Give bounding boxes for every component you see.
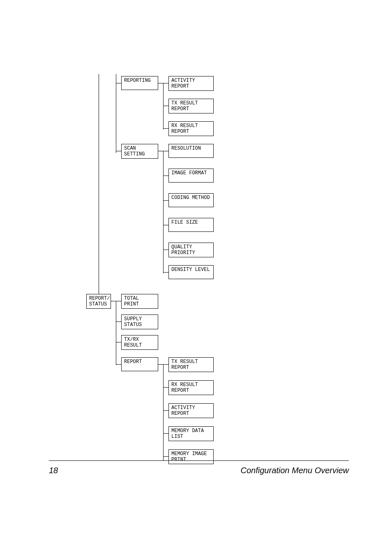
report-status-box: REPORT/ STATUS	[86, 294, 111, 309]
file-size-box: FILE SIZE	[168, 218, 214, 232]
activity-report2-box: ACTIVITY REPORT	[168, 403, 214, 418]
rx-result-report-box: RX RESULT REPORT	[168, 121, 214, 136]
scan-setting-box: SCAN SETTING	[121, 144, 158, 159]
tx-result-report2-box: TX RESULT REPORT	[168, 357, 214, 372]
page-number: 18	[49, 466, 58, 475]
footer-divider	[49, 460, 349, 461]
total-print-box: TOTAL PRINT	[121, 294, 158, 309]
menu-tree-diagram: REPORT/ STATUS REPORTING SCAN SETTING TO…	[86, 76, 275, 460]
tx-result-report-box: TX RESULT REPORT	[168, 99, 214, 113]
quality-priority-box: QUALITY PRIORITY	[168, 243, 214, 257]
txrx-result-box: TX/RX RESULT	[121, 335, 158, 350]
reporting-box: REPORTING	[121, 76, 158, 90]
activity-report-box: ACTIVITY REPORT	[168, 76, 214, 91]
supply-status-box: SUPPLY STATUS	[121, 314, 158, 329]
coding-method-box: CODING METHOD	[168, 193, 214, 207]
footer-title: Configuration Menu Overview	[241, 466, 349, 475]
image-format-box: IMAGE FORMAT	[168, 169, 214, 183]
density-level-box: DENSITY LEVEL	[168, 265, 214, 279]
rx-result-report2-box: RX RESULT REPORT	[168, 380, 214, 395]
memory-image-print-box: MEMORY IMAGE PRINT	[168, 449, 214, 464]
report-box: REPORT	[121, 357, 158, 371]
memory-data-list-box: MEMORY DATA LIST	[168, 426, 214, 441]
resolution-box: RESOLUTION	[168, 144, 214, 158]
